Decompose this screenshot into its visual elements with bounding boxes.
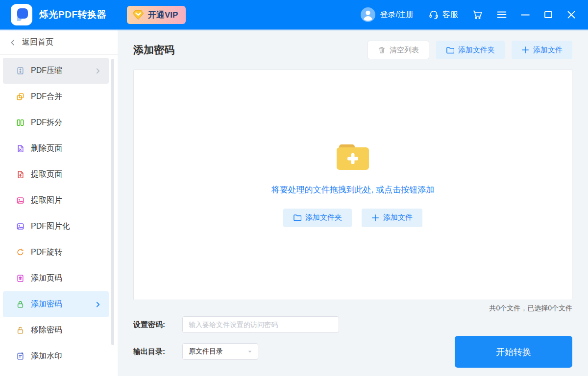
app-logo-icon bbox=[14, 7, 29, 22]
back-home-button[interactable]: 返回首页 bbox=[0, 30, 118, 55]
password-label: 设置密码: bbox=[133, 320, 182, 329]
customer-service-button[interactable]: 客服 bbox=[428, 9, 458, 20]
rotate-icon bbox=[16, 248, 24, 257]
app-title: 烁光PDF转换器 bbox=[39, 8, 106, 21]
avatar-icon bbox=[361, 7, 375, 22]
login-register-label: 登录/注册 bbox=[380, 10, 414, 20]
sidebar-item-add-page-number[interactable]: 添加页码 bbox=[3, 265, 109, 291]
gem-icon bbox=[132, 10, 144, 20]
folder-icon bbox=[446, 46, 454, 54]
customer-service-label: 客服 bbox=[442, 10, 458, 20]
maximize-button[interactable] bbox=[543, 10, 553, 20]
maximize-icon bbox=[543, 10, 553, 20]
main-area: 添加密码 清空列表 bbox=[118, 30, 588, 376]
password-input[interactable] bbox=[182, 316, 339, 333]
open-vip-button[interactable]: 开通VIP bbox=[127, 6, 186, 24]
sidebar-item-add-password[interactable]: 添加密码 bbox=[3, 291, 109, 317]
password-row: 设置密码: bbox=[133, 316, 572, 333]
sidebar-item-delete-page[interactable]: 删除页面 bbox=[3, 136, 109, 162]
extract-image-icon bbox=[16, 196, 24, 205]
watermark-icon bbox=[16, 352, 24, 360]
app-window: 烁光PDF转换器 开通VIP 登录/注册 bbox=[0, 0, 588, 376]
trash-icon bbox=[378, 46, 386, 54]
shopping-cart-icon bbox=[471, 9, 483, 21]
back-home-label: 返回首页 bbox=[22, 37, 53, 47]
page-title: 添加密码 bbox=[133, 43, 174, 57]
file-count: 共0个文件，已选择0个文件 bbox=[133, 300, 572, 316]
delete-page-icon bbox=[16, 144, 24, 153]
merge-icon bbox=[16, 93, 24, 101]
dropzone-buttons: 添加文件夹 添加文件 bbox=[283, 209, 422, 227]
compress-icon bbox=[16, 67, 24, 75]
sidebar-item-extract-page[interactable]: 提取页面 bbox=[3, 162, 109, 188]
plus-icon bbox=[521, 46, 529, 54]
pdf-to-image-icon bbox=[16, 222, 24, 231]
add-file-label: 添加文件 bbox=[533, 46, 563, 55]
sidebar-item-extract-image[interactable]: 提取图片 bbox=[3, 188, 109, 213]
sidebar-item-pdf-compress[interactable]: PDF压缩 bbox=[3, 58, 109, 84]
output-directory-value: 原文件目录 bbox=[189, 347, 223, 356]
chevron-right-icon bbox=[94, 301, 102, 308]
extract-page-icon bbox=[16, 170, 24, 179]
plus-icon bbox=[371, 214, 379, 222]
sidebar-item-pdf-split[interactable]: PDF拆分 bbox=[3, 110, 109, 136]
menu-button[interactable] bbox=[496, 9, 507, 20]
folder-icon bbox=[293, 213, 301, 222]
sidebar: 返回首页 PDF压缩 PDF合并 PDF拆分 删除页面 bbox=[0, 30, 118, 376]
clear-list-label: 清空列表 bbox=[390, 46, 419, 55]
output-label: 输出目录: bbox=[133, 347, 182, 356]
add-folder-label: 添加文件夹 bbox=[305, 213, 342, 222]
file-dropzone[interactable]: 将要处理的文件拖拽到此处, 或点击按钮添加 添加文件夹 bbox=[133, 70, 572, 300]
unlock-icon bbox=[16, 326, 24, 334]
clear-list-button[interactable]: 清空列表 bbox=[368, 41, 429, 59]
split-icon bbox=[16, 118, 24, 127]
sidebar-item-remove-password[interactable]: 移除密码 bbox=[3, 317, 109, 343]
lock-icon bbox=[16, 300, 24, 308]
sidebar-item-pdf-to-image[interactable]: PDF图片化 bbox=[3, 213, 109, 239]
folder-plus-icon bbox=[335, 143, 371, 171]
dropzone-hint: 将要处理的文件拖拽到此处, 或点击按钮添加 bbox=[271, 184, 434, 195]
add-file-button-dropzone[interactable]: 添加文件 bbox=[362, 209, 422, 227]
sidebar-scrollbar[interactable] bbox=[111, 59, 114, 345]
chevron-right-icon bbox=[94, 67, 102, 75]
body: 返回首页 PDF压缩 PDF合并 PDF拆分 删除页面 bbox=[0, 30, 588, 376]
caret-down-icon bbox=[247, 349, 253, 354]
sidebar-item-pdf-rotate[interactable]: PDF旋转 bbox=[3, 239, 109, 265]
main-header: 添加密码 清空列表 bbox=[133, 30, 572, 70]
sidebar-nav: PDF压缩 PDF合并 PDF拆分 删除页面 bbox=[0, 55, 118, 369]
add-folder-button-top[interactable]: 添加文件夹 bbox=[436, 41, 505, 59]
add-file-button-top[interactable]: 添加文件 bbox=[512, 41, 572, 59]
close-button[interactable] bbox=[566, 10, 576, 20]
sidebar-item-add-watermark[interactable]: 添加水印 bbox=[3, 343, 109, 369]
sidebar-item-pdf-merge[interactable]: PDF合并 bbox=[3, 84, 109, 110]
add-folder-button-dropzone[interactable]: 添加文件夹 bbox=[283, 209, 352, 227]
headset-icon bbox=[428, 9, 439, 20]
cart-button[interactable] bbox=[471, 9, 483, 21]
header-bar: 烁光PDF转换器 开通VIP 登录/注册 bbox=[0, 0, 588, 30]
toolbar: 清空列表 添加文件夹 bbox=[368, 41, 572, 59]
minimize-icon bbox=[520, 10, 530, 20]
minimize-button[interactable] bbox=[520, 10, 530, 20]
chevron-left-icon bbox=[9, 39, 17, 47]
page-number-icon bbox=[16, 274, 24, 282]
close-icon bbox=[566, 10, 576, 20]
start-convert-button[interactable]: 开始转换 bbox=[455, 336, 572, 368]
bottom-panel: 设置密码: 输出目录: 原文件目录 开始转换 bbox=[133, 316, 572, 376]
output-directory-select[interactable]: 原文件目录 bbox=[182, 343, 258, 360]
add-folder-label: 添加文件夹 bbox=[458, 46, 495, 55]
login-register-button[interactable]: 登录/注册 bbox=[361, 7, 414, 22]
header-right: 登录/注册 客服 bbox=[361, 7, 576, 22]
add-file-label: 添加文件 bbox=[383, 213, 413, 222]
vip-label: 开通VIP bbox=[148, 9, 178, 21]
hamburger-menu-icon bbox=[496, 9, 507, 20]
app-logo bbox=[11, 4, 32, 25]
